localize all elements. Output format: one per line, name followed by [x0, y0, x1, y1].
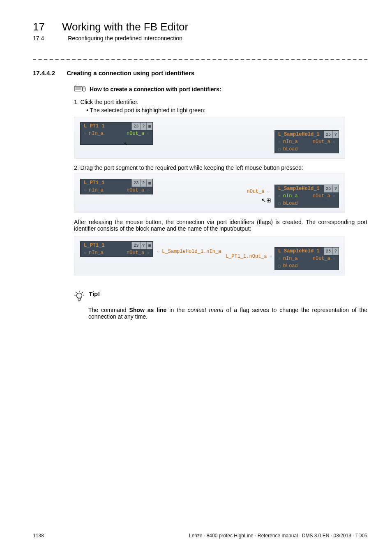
pt1-in-port: nIn_a — [81, 130, 107, 137]
sh-in-port-target: nIn_a — [275, 192, 301, 200]
help-icon: ? — [140, 179, 146, 187]
samplehold-block: L_SampleHold_1 25 ? nIn_a bLoad nOut_a — [274, 247, 339, 270]
svg-line-8 — [76, 292, 77, 293]
pt1-chip: 23 — [131, 123, 140, 130]
chapter-number: 17 — [33, 21, 45, 33]
separator: _ _ _ _ _ _ _ _ _ _ _ _ _ _ _ _ _ _ _ _ … — [33, 53, 367, 60]
svg-rect-0 — [74, 86, 82, 91]
chapter-title: Working with the FB Editor — [62, 21, 188, 33]
doc-info: Lenze · 8400 protec HighLine · Reference… — [189, 533, 367, 539]
svg-point-12 — [77, 293, 82, 298]
drag-cursor-icon: ↖⊞ — [261, 197, 271, 204]
tip-body: The command Show as line in the context … — [88, 307, 367, 320]
pt1-out-port: nOut_a — [123, 187, 152, 194]
pt1-block: L_PT1_1 23 ? ▦ nIn_a nOut_a — [80, 241, 153, 257]
step-1: 1. Click the port identifier. — [74, 99, 367, 105]
dest-flag: L_SampleHold_1.nIn_a — [155, 249, 223, 254]
tip-command: Show as line — [129, 307, 166, 313]
drag-flag: nOut_a — [245, 189, 271, 194]
pt1-title: L_PT1_1 — [81, 179, 131, 187]
pt1-block: L_PT1_1 23 ? ▦ nIn_a nOut_a — [80, 179, 153, 194]
sh-chip: 25 — [324, 131, 332, 138]
sh-bload-port: bLoad — [275, 200, 301, 207]
pt1-block: L_PT1_1 23 ? ▦ nIn_a nOut_a ↖ — [80, 122, 153, 145]
sh-in-port: nIn_a — [275, 138, 301, 146]
page-number: 1138 — [33, 533, 44, 539]
sh-bload-port: bLoad — [275, 146, 301, 153]
pt1-in-port: nIn_a — [81, 249, 107, 257]
sh-out-port: nOut_a — [309, 255, 339, 262]
samplehold-block: L_SampleHold_1 25 ? nIn_a bLoad nOut_a — [274, 130, 339, 153]
grid-icon: ▦ — [146, 242, 152, 249]
sh-chip: 25 — [324, 185, 332, 192]
sh-title: L_SampleHold_1 — [275, 185, 324, 192]
pt1-chip: 23 — [131, 242, 140, 249]
help-icon: ? — [332, 247, 339, 255]
section-number: 17.4.4.2 — [33, 69, 55, 76]
tip-row: Tip! — [74, 290, 367, 303]
pt1-out-port: nOut_a — [123, 249, 152, 257]
step-1-bullet: The selected port is highlighted in ligh… — [86, 107, 367, 113]
page-footer: 1138 Lenze · 8400 protec HighLine · Refe… — [33, 533, 367, 539]
cursor-icon: ↖ — [124, 140, 153, 147]
figure-1: L_PT1_1 23 ? ▦ nIn_a nOut_a ↖ — [74, 117, 345, 159]
content-body: 1. Click the port identifier. The select… — [74, 99, 367, 275]
pt1-out-port-selected: nOut_a — [123, 130, 152, 137]
sh-out-port: nOut_a — [309, 192, 339, 200]
subsection-number: 17.4 — [33, 35, 44, 42]
pt1-title: L_PT1_1 — [81, 242, 131, 249]
pt1-in-port: nIn_a — [81, 187, 107, 194]
sh-out-port: nOut_a — [309, 138, 339, 146]
src-flag: L_PT1_1.nOut_a — [224, 254, 274, 259]
tip-mid: in the — [166, 307, 187, 313]
keyboard-mouse-icon — [74, 84, 86, 95]
howto-label: How to create a connection with port ide… — [90, 86, 221, 92]
sh-bload-port: bLoad — [275, 262, 301, 270]
pt1-title: L_PT1_1 — [81, 123, 131, 130]
sh-in-port: nIn_a — [275, 255, 301, 262]
sh-title: L_SampleHold_1 — [275, 247, 324, 255]
help-icon: ? — [332, 131, 339, 138]
grid-icon: ▦ — [146, 179, 152, 187]
help-icon: ? — [140, 123, 146, 130]
page-header: 17 Working with the FB Editor 17.4 Recon… — [33, 21, 367, 42]
subsection-title: Reconfiguring the predefined interconnec… — [68, 35, 182, 42]
sh-title: L_SampleHold_1 — [275, 131, 324, 138]
tip-context: context menu — [188, 307, 224, 313]
figure-2: L_PT1_1 23 ? ▦ nIn_a nOut_a nOut_a — [74, 173, 345, 213]
svg-line-9 — [82, 292, 83, 293]
section-title: Creating a connection using port identif… — [67, 69, 194, 76]
sh-chip: 25 — [324, 247, 332, 255]
pt1-chip: 23 — [131, 179, 140, 187]
help-icon: ? — [140, 242, 146, 249]
howto-row: How to create a connection with port ide… — [74, 84, 367, 95]
grid-icon: ▦ — [146, 123, 152, 130]
tip-pre: The command — [88, 307, 129, 313]
section-heading: 17.4.4.2 Creating a connection using por… — [33, 69, 367, 76]
tip-title: Tip! — [89, 290, 100, 297]
help-icon: ? — [332, 185, 339, 192]
lightbulb-icon — [74, 290, 85, 303]
step-2-paragraph: After releasing the mouse button, the co… — [74, 219, 367, 232]
step-2: 2. Drag the port segment to the required… — [74, 164, 367, 171]
figure-3: L_PT1_1 23 ? ▦ nIn_a nOut_a L_Samp — [74, 236, 345, 275]
samplehold-block: L_SampleHold_1 25 ? nIn_a bLoad nOut_a — [274, 185, 339, 208]
